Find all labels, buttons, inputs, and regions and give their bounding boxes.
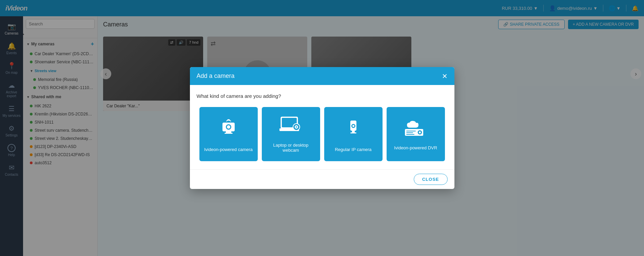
laptop-icon <box>279 115 303 138</box>
svg-rect-21 <box>406 134 414 135</box>
modal-body: What kind of camera are you adding? <box>190 85 454 169</box>
modal-footer: CLOSE <box>190 169 454 189</box>
svg-rect-20 <box>406 132 413 133</box>
svg-point-13 <box>352 125 354 127</box>
svg-rect-4 <box>225 133 233 134</box>
svg-rect-15 <box>350 132 356 133</box>
svg-point-2 <box>227 125 230 129</box>
ip-camera-option[interactable]: Regular IP camera <box>324 107 383 161</box>
modal-close-button[interactable]: CLOSE <box>414 174 448 185</box>
svg-rect-19 <box>406 131 416 131</box>
svg-rect-3 <box>226 131 231 133</box>
dvr-icon <box>404 118 428 141</box>
modal-header: Add a camera ✕ <box>190 67 454 85</box>
modal-question: What kind of camera are you adding? <box>197 93 448 99</box>
ivideon-camera-icon <box>218 116 239 143</box>
ip-camera-icon <box>345 116 362 143</box>
add-camera-modal: Add a camera ✕ What kind of camera are y… <box>190 67 454 189</box>
svg-point-10 <box>296 126 297 128</box>
svg-point-18 <box>419 131 421 133</box>
camera-options-grid: Ivideon-powered camera <box>197 107 448 161</box>
laptop-webcam-option[interactable]: Laptop or desktop webcam <box>262 107 320 161</box>
modal-close-x-button[interactable]: ✕ <box>442 73 448 80</box>
ivideon-dvr-option[interactable]: Ivideon-powered DVR <box>387 107 445 161</box>
ivideon-camera-option[interactable]: Ivideon-powered camera <box>199 107 258 161</box>
modal-title: Add a camera <box>197 72 235 80</box>
svg-rect-14 <box>352 131 355 132</box>
